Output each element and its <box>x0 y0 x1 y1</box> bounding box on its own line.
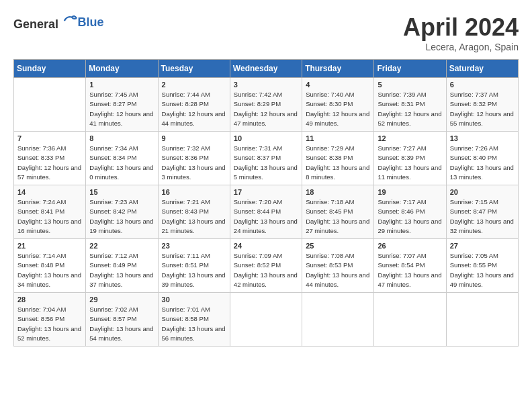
logo-icon <box>63 13 78 28</box>
day-info: Sunrise: 7:08 AMSunset: 8:53 PMDaylight:… <box>306 251 370 289</box>
calendar-cell <box>446 293 518 347</box>
day-info: Sunrise: 7:17 AMSunset: 8:46 PMDaylight:… <box>378 197 442 236</box>
calendar-cell: 9Sunrise: 7:32 AMSunset: 8:36 PMDaylight… <box>158 132 230 185</box>
calendar-cell: 30Sunrise: 7:01 AMSunset: 8:58 PMDayligh… <box>158 293 230 347</box>
header-cell-monday: Monday <box>86 60 158 78</box>
calendar-cell: 18Sunrise: 7:18 AMSunset: 8:45 PMDayligh… <box>302 185 374 239</box>
calendar-header-row: SundayMondayTuesdayWednesdayThursdayFrid… <box>14 60 519 78</box>
calendar-cell: 8Sunrise: 7:34 AMSunset: 8:34 PMDaylight… <box>86 132 158 185</box>
header-cell-thursday: Thursday <box>302 60 374 78</box>
day-number: 7 <box>17 134 82 142</box>
day-info: Sunrise: 7:44 AMSunset: 8:28 PMDaylight:… <box>162 90 226 128</box>
day-number: 27 <box>450 242 515 250</box>
header-cell-sunday: Sunday <box>14 60 86 78</box>
calendar-cell: 22Sunrise: 7:12 AMSunset: 8:49 PMDayligh… <box>86 239 158 293</box>
day-info: Sunrise: 7:29 AMSunset: 8:38 PMDaylight:… <box>306 144 370 182</box>
calendar-cell: 10Sunrise: 7:31 AMSunset: 8:37 PMDayligh… <box>230 132 302 185</box>
calendar-cell: 19Sunrise: 7:17 AMSunset: 8:46 PMDayligh… <box>374 185 446 239</box>
calendar-cell: 12Sunrise: 7:27 AMSunset: 8:39 PMDayligh… <box>374 132 446 185</box>
header-cell-saturday: Saturday <box>446 60 518 78</box>
day-number: 29 <box>89 295 154 304</box>
day-info: Sunrise: 7:39 AMSunset: 8:31 PMDaylight:… <box>378 90 442 128</box>
week-row-1: 1Sunrise: 7:45 AMSunset: 8:27 PMDaylight… <box>14 78 519 132</box>
week-row-2: 7Sunrise: 7:36 AMSunset: 8:33 PMDaylight… <box>14 132 519 185</box>
day-info: Sunrise: 7:26 AMSunset: 8:40 PMDaylight:… <box>450 144 515 182</box>
calendar-cell <box>302 293 374 347</box>
day-info: Sunrise: 7:09 AMSunset: 8:52 PMDaylight:… <box>234 251 298 289</box>
calendar-cell: 21Sunrise: 7:14 AMSunset: 8:48 PMDayligh… <box>14 239 86 293</box>
week-row-4: 21Sunrise: 7:14 AMSunset: 8:48 PMDayligh… <box>14 239 519 293</box>
day-info: Sunrise: 7:12 AMSunset: 8:49 PMDaylight:… <box>89 251 154 289</box>
day-number: 2 <box>162 81 226 89</box>
calendar-cell: 28Sunrise: 7:04 AMSunset: 8:56 PMDayligh… <box>14 293 86 347</box>
day-number: 19 <box>378 188 442 196</box>
day-number: 14 <box>17 188 82 196</box>
day-number: 10 <box>234 134 298 142</box>
calendar-cell: 23Sunrise: 7:11 AMSunset: 8:51 PMDayligh… <box>158 239 230 293</box>
day-info: Sunrise: 7:27 AMSunset: 8:39 PMDaylight:… <box>378 144 442 182</box>
calendar-cell: 6Sunrise: 7:37 AMSunset: 8:32 PMDaylight… <box>446 78 518 132</box>
logo-blue: Blue <box>78 15 104 29</box>
day-info: Sunrise: 7:02 AMSunset: 8:57 PMDaylight:… <box>89 305 154 343</box>
day-info: Sunrise: 7:36 AMSunset: 8:33 PMDaylight:… <box>17 144 82 182</box>
day-info: Sunrise: 7:37 AMSunset: 8:32 PMDaylight:… <box>450 90 515 128</box>
calendar-cell <box>374 293 446 347</box>
calendar-cell: 7Sunrise: 7:36 AMSunset: 8:33 PMDaylight… <box>14 132 86 185</box>
day-info: Sunrise: 7:11 AMSunset: 8:51 PMDaylight:… <box>162 251 226 289</box>
day-number: 1 <box>89 81 154 89</box>
day-info: Sunrise: 7:32 AMSunset: 8:36 PMDaylight:… <box>162 144 226 182</box>
day-number: 9 <box>162 134 226 142</box>
day-number: 18 <box>306 188 370 196</box>
day-info: Sunrise: 7:14 AMSunset: 8:48 PMDaylight:… <box>17 251 82 289</box>
calendar-cell: 25Sunrise: 7:08 AMSunset: 8:53 PMDayligh… <box>302 239 374 293</box>
calendar-cell: 4Sunrise: 7:40 AMSunset: 8:30 PMDaylight… <box>302 78 374 132</box>
day-number: 13 <box>450 134 515 142</box>
day-number: 25 <box>306 242 370 250</box>
calendar-cell: 15Sunrise: 7:23 AMSunset: 8:42 PMDayligh… <box>86 185 158 239</box>
calendar-table: SundayMondayTuesdayWednesdayThursdayFrid… <box>13 59 519 347</box>
calendar-cell: 26Sunrise: 7:07 AMSunset: 8:54 PMDayligh… <box>374 239 446 293</box>
day-number: 15 <box>89 188 154 196</box>
day-number: 26 <box>378 242 442 250</box>
day-number: 23 <box>162 242 226 250</box>
logo: General Blue <box>13 13 104 32</box>
day-number: 16 <box>162 188 226 196</box>
week-row-3: 14Sunrise: 7:24 AMSunset: 8:41 PMDayligh… <box>14 185 519 239</box>
calendar-cell: 17Sunrise: 7:20 AMSunset: 8:44 PMDayligh… <box>230 185 302 239</box>
logo-general: General <box>13 17 58 31</box>
day-number: 28 <box>17 295 82 304</box>
day-info: Sunrise: 7:31 AMSunset: 8:37 PMDaylight:… <box>234 144 298 182</box>
calendar-cell: 11Sunrise: 7:29 AMSunset: 8:38 PMDayligh… <box>302 132 374 185</box>
day-info: Sunrise: 7:23 AMSunset: 8:42 PMDaylight:… <box>89 197 154 236</box>
day-number: 11 <box>306 134 370 142</box>
header: General Blue April 2024 Lecera, Aragon, … <box>13 13 519 52</box>
calendar-cell: 5Sunrise: 7:39 AMSunset: 8:31 PMDaylight… <box>374 78 446 132</box>
calendar-cell: 24Sunrise: 7:09 AMSunset: 8:52 PMDayligh… <box>230 239 302 293</box>
day-info: Sunrise: 7:15 AMSunset: 8:47 PMDaylight:… <box>450 197 515 236</box>
day-number: 21 <box>17 242 82 250</box>
calendar-body: 1Sunrise: 7:45 AMSunset: 8:27 PMDaylight… <box>14 78 519 347</box>
calendar-cell: 13Sunrise: 7:26 AMSunset: 8:40 PMDayligh… <box>446 132 518 185</box>
day-info: Sunrise: 7:20 AMSunset: 8:44 PMDaylight:… <box>234 197 298 236</box>
day-info: Sunrise: 7:34 AMSunset: 8:34 PMDaylight:… <box>89 144 154 182</box>
header-cell-friday: Friday <box>374 60 446 78</box>
day-info: Sunrise: 7:40 AMSunset: 8:30 PMDaylight:… <box>306 90 370 128</box>
day-number: 4 <box>306 81 370 89</box>
day-info: Sunrise: 7:24 AMSunset: 8:41 PMDaylight:… <box>17 197 82 236</box>
calendar-cell: 16Sunrise: 7:21 AMSunset: 8:43 PMDayligh… <box>158 185 230 239</box>
calendar-cell: 27Sunrise: 7:05 AMSunset: 8:55 PMDayligh… <box>446 239 518 293</box>
day-number: 5 <box>378 81 442 89</box>
day-info: Sunrise: 7:21 AMSunset: 8:43 PMDaylight:… <box>162 197 226 236</box>
calendar-cell <box>14 78 86 132</box>
day-number: 22 <box>89 242 154 250</box>
header-cell-wednesday: Wednesday <box>230 60 302 78</box>
header-cell-tuesday: Tuesday <box>158 60 230 78</box>
calendar-cell <box>230 293 302 347</box>
day-number: 24 <box>234 242 298 250</box>
calendar-cell: 29Sunrise: 7:02 AMSunset: 8:57 PMDayligh… <box>86 293 158 347</box>
calendar-cell: 2Sunrise: 7:44 AMSunset: 8:28 PMDaylight… <box>158 78 230 132</box>
day-info: Sunrise: 7:07 AMSunset: 8:54 PMDaylight:… <box>378 251 442 289</box>
day-number: 20 <box>450 188 515 196</box>
day-number: 8 <box>89 134 154 142</box>
day-number: 6 <box>450 81 515 89</box>
